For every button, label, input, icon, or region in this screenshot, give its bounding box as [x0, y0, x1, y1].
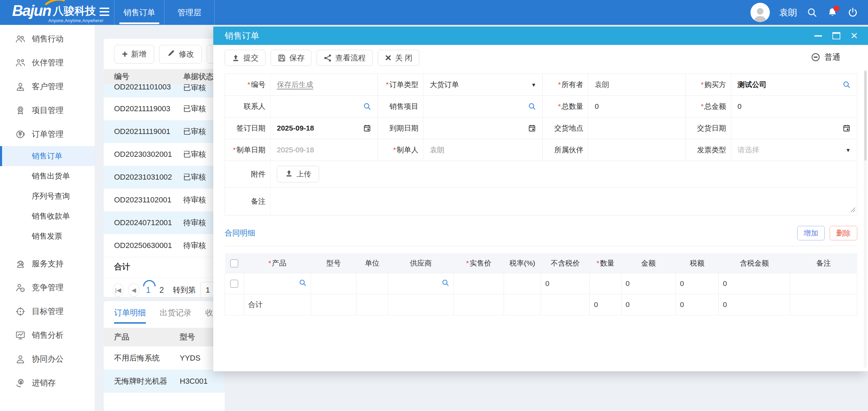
form-value-cell[interactable]	[588, 117, 685, 139]
avatar[interactable]	[750, 3, 770, 22]
form-value-cell[interactable]: 袁朗	[423, 139, 542, 161]
username[interactable]: 袁朗	[779, 7, 797, 19]
sidebar-item-sales-activity[interactable]: 销售行动	[0, 27, 95, 51]
resize-handle-icon[interactable]	[849, 206, 856, 214]
sidebar-item-sales-analysis[interactable]: 销售分析	[0, 323, 95, 347]
search-icon[interactable]	[441, 280, 449, 288]
search-icon[interactable]	[806, 7, 818, 18]
order-list-row[interactable]: OD20211119001已审核	[104, 120, 225, 143]
form-value-cell[interactable]	[588, 139, 685, 161]
form-value-cell[interactable]: 袁朗	[588, 74, 685, 95]
form-value-cell[interactable]	[423, 96, 542, 117]
sidebar-item-project-mgmt[interactable]: 项目管理	[0, 98, 95, 122]
hamburger-menu-icon[interactable]	[100, 8, 110, 16]
form-value-cell[interactable]	[731, 117, 857, 139]
sidebar-item-customer-mgmt[interactable]: 客户管理	[0, 75, 95, 98]
form-value-cell[interactable]: 大货订单▼	[423, 74, 542, 95]
record-product: 无悔牌时光机器	[114, 376, 180, 386]
sidebar-subitem-sales-receipt[interactable]: 销售收款单	[0, 206, 95, 226]
sidebar-item-partner-mgmt[interactable]: 伙伴管理	[0, 51, 95, 75]
form-value-cell[interactable]: 测试公司	[731, 74, 857, 95]
add-row-button[interactable]: 增加	[797, 226, 825, 240]
order-list-row[interactable]: OD20231102001待审核	[104, 189, 225, 211]
record-row[interactable]: 不用后悔系统YYDS	[104, 346, 225, 370]
sidebar-item-target-mgmt[interactable]: 目标管理	[0, 299, 95, 323]
page-number-1[interactable]: 1	[144, 286, 153, 295]
sidebar-item-label: 进销存	[32, 377, 56, 388]
contract-column-label: 型号	[326, 259, 341, 267]
close-icon[interactable]: ✕	[850, 32, 858, 40]
chevron-down-icon[interactable]: ▼	[846, 147, 851, 153]
order-list-row[interactable]: OD20231031002已审核	[104, 166, 225, 189]
sidebar-subitem-sales-shipment[interactable]: 销售出货单	[0, 166, 95, 186]
maximize-icon[interactable]	[832, 32, 840, 40]
submit-button[interactable]: 提交	[225, 50, 265, 66]
tab-shipment-records[interactable]: 出货记录	[160, 307, 192, 324]
bell-icon[interactable]	[827, 7, 838, 18]
form-value-cell[interactable]: 保存后生成	[271, 74, 377, 95]
scrollbar-thumb[interactable]	[864, 71, 867, 161]
contract-cell[interactable]: 0	[675, 273, 718, 294]
list-table-body: OD20211101003已审核OD20211119003已审核OD202111…	[104, 84, 225, 257]
sidebar-subitem-serial-query[interactable]: 序列号查询	[0, 186, 95, 206]
tab-order-detail[interactable]: 订单明细	[114, 307, 146, 324]
coin-icon	[15, 378, 26, 388]
select-all-checkbox[interactable]	[230, 259, 238, 267]
sidebar-item-service-support[interactable]: 服务支持	[0, 252, 95, 276]
upload-button[interactable]: 上传	[277, 166, 319, 182]
contract-data-row[interactable]: 0000	[225, 273, 857, 294]
sidebar-subitem-sales-invoice[interactable]: 销售发票	[0, 226, 95, 246]
page-number-2[interactable]: 2	[157, 286, 166, 295]
chevron-down-icon[interactable]: ▼	[531, 82, 536, 88]
contract-cell[interactable]	[454, 273, 504, 294]
sidebar-item-inventory[interactable]: 进销存	[0, 371, 95, 395]
form-label: *总金额	[686, 96, 731, 117]
priority-selector[interactable]: 普通	[811, 52, 840, 63]
form-value-cell[interactable]: 0	[731, 96, 857, 117]
form-value-cell[interactable]: 2025-09-18	[271, 139, 377, 161]
first-page-button[interactable]: |◀	[113, 283, 123, 297]
contract-cell[interactable]	[244, 273, 311, 294]
form-value-cell[interactable]: 请选择▼	[731, 139, 857, 161]
sidebar-item-competition-mgmt[interactable]: vs竞争管理	[0, 276, 95, 299]
contract-cell[interactable]	[311, 273, 356, 294]
sidebar-item-order-mgmt[interactable]: 订单管理	[0, 122, 95, 146]
required-asterisk: *	[596, 259, 599, 267]
contract-cell[interactable]	[225, 273, 244, 294]
record-row[interactable]: 无悔牌时光机器H3C001	[104, 370, 225, 393]
contract-cell[interactable]	[590, 273, 621, 294]
delete-row-button[interactable]: 删除	[830, 226, 857, 240]
edit-button[interactable]: 修改	[159, 45, 202, 64]
order-list-row[interactable]: OD20240712001待审核	[104, 211, 225, 234]
form-value-cell[interactable]	[423, 117, 542, 139]
minimize-icon[interactable]	[814, 32, 822, 40]
form-value-cell[interactable]: 2025-09-18	[271, 117, 377, 139]
contract-cell[interactable]	[388, 273, 454, 294]
form-value-cell[interactable]: 0	[588, 96, 685, 117]
order-list-row[interactable]: OD20230302001已审核	[104, 143, 225, 166]
contract-cell[interactable]: 0	[621, 273, 675, 294]
top-tab-management[interactable]: 管理层	[164, 0, 215, 25]
modal-scrollbar[interactable]	[864, 70, 867, 368]
sidebar-item-collaboration[interactable]: 协同办公	[0, 347, 95, 371]
contract-cell[interactable]: 0	[541, 273, 590, 294]
row-checkbox[interactable]	[230, 280, 238, 288]
contract-cell[interactable]: 0	[719, 273, 790, 294]
remark-input[interactable]	[271, 188, 857, 215]
contract-cell[interactable]	[504, 273, 541, 294]
add-button[interactable]: +新增	[114, 45, 154, 64]
order-list-row[interactable]: OD20211101003已审核	[104, 84, 225, 97]
order-list-row[interactable]: OD20250630001待审核	[104, 234, 225, 257]
contract-cell[interactable]	[790, 273, 857, 294]
view-flow-button[interactable]: 查看流程	[317, 50, 373, 66]
top-tab-sales-order[interactable]: 销售订单	[114, 0, 164, 25]
order-list-row[interactable]: OD20211119003已审核	[104, 97, 225, 120]
prev-page-button[interactable]: ◀	[128, 283, 139, 297]
power-icon[interactable]	[847, 7, 858, 18]
form-value-cell[interactable]	[271, 96, 377, 117]
search-icon[interactable]	[299, 280, 307, 288]
save-button[interactable]: 保存	[271, 50, 311, 66]
contract-cell[interactable]	[356, 273, 388, 294]
sidebar-subitem-sales-order[interactable]: 销售订单	[0, 146, 95, 166]
close-button[interactable]: ✕ 关 闭	[378, 50, 419, 66]
